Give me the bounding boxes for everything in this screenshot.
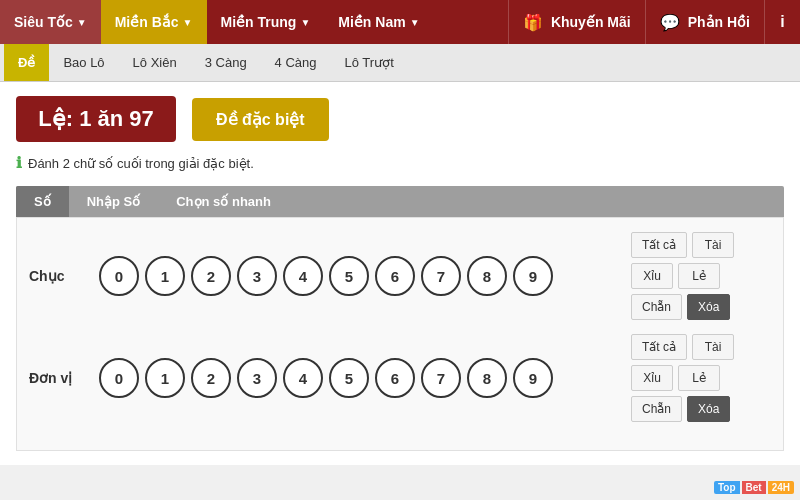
chuc-chan-button[interactable]: Chẵn: [631, 294, 682, 320]
donvi-num-2[interactable]: 2: [191, 358, 231, 398]
donvi-num-7[interactable]: 7: [421, 358, 461, 398]
nav-mien-nam[interactable]: Miền Nam ▼: [324, 0, 433, 44]
subnav-3-cang[interactable]: 3 Càng: [191, 44, 261, 81]
nav-mien-bac[interactable]: Miền Bắc ▼: [101, 0, 207, 44]
tab-so-label: Số: [34, 194, 51, 209]
watermark: Top Bet 24H: [714, 481, 794, 494]
donvi-num-6[interactable]: 6: [375, 358, 415, 398]
rate-prefix: Lệ:: [38, 106, 73, 131]
mien-trung-chevron: ▼: [300, 17, 310, 28]
donvi-action-buttons: Tất cả Tài Xỉu Lẻ Chẵn Xóa: [631, 334, 771, 422]
phan-hoi-label: Phản Hồi: [688, 14, 750, 30]
chuc-xiu-button[interactable]: Xỉu: [631, 263, 673, 289]
mien-bac-chevron: ▼: [183, 17, 193, 28]
donvi-tat-ca-button[interactable]: Tất cả: [631, 334, 687, 360]
mien-trung-label: Miền Trung: [221, 14, 297, 30]
donvi-num-3[interactable]: 3: [237, 358, 277, 398]
rate-info-row: Lệ: 1 ăn 97 Đề đặc biệt: [16, 96, 784, 142]
sieu-toc-chevron: ▼: [77, 17, 87, 28]
watermark-bet: Bet: [742, 481, 766, 494]
nav-phan-hoi[interactable]: 💬 Phản Hồi: [645, 0, 764, 44]
chuc-num-8[interactable]: 8: [467, 256, 507, 296]
chuc-tai-button[interactable]: Tài: [692, 232, 734, 258]
subnav-lo-xien[interactable]: Lô Xiên: [119, 44, 191, 81]
description-text: Đánh 2 chữ số cuối trong giải đặc biệt.: [28, 156, 254, 171]
chuc-num-7[interactable]: 7: [421, 256, 461, 296]
chuc-action-buttons: Tất cả Tài Xỉu Lẻ Chẵn Xóa: [631, 232, 771, 320]
chuc-num-6[interactable]: 6: [375, 256, 415, 296]
nav-mien-trung[interactable]: Miền Trung ▼: [207, 0, 325, 44]
sub-navigation: Đề Bao Lô Lô Xiên 3 Càng 4 Càng Lô Trượt: [0, 44, 800, 82]
donvi-label: Đơn vị: [29, 370, 99, 386]
chuc-label: Chục: [29, 268, 99, 284]
chuc-num-2[interactable]: 2: [191, 256, 231, 296]
chuc-num-0[interactable]: 0: [99, 256, 139, 296]
tab-nhap-so-label: Nhập Số: [87, 194, 141, 209]
tab-so[interactable]: Số: [16, 186, 69, 217]
rate-badge: Lệ: 1 ăn 97: [16, 96, 176, 142]
donvi-num-4[interactable]: 4: [283, 358, 323, 398]
tab-chon-so-nhanh-label: Chọn số nhanh: [176, 194, 271, 209]
donvi-num-9[interactable]: 9: [513, 358, 553, 398]
donvi-numbers: 0 1 2 3 4 5 6 7 8 9: [99, 358, 621, 398]
mien-nam-chevron: ▼: [410, 17, 420, 28]
donvi-num-5[interactable]: 5: [329, 358, 369, 398]
feedback-icon: 💬: [660, 13, 680, 32]
nav-sieu-toc[interactable]: Siêu Tốc ▼: [0, 0, 101, 44]
watermark-24: 24H: [768, 481, 794, 494]
subnav-lo-truot-label: Lô Trượt: [345, 55, 394, 70]
chuc-num-5[interactable]: 5: [329, 256, 369, 296]
watermark-top: Top: [714, 481, 740, 494]
chuc-num-1[interactable]: 1: [145, 256, 185, 296]
info-circle-icon: ℹ: [16, 154, 22, 172]
subnav-lo-truot[interactable]: Lô Trượt: [331, 44, 408, 81]
gift-icon: 🎁: [523, 13, 543, 32]
subnav-3-cang-label: 3 Càng: [205, 55, 247, 70]
subnav-de-label: Đề: [18, 55, 35, 70]
subnav-lo-xien-label: Lô Xiên: [133, 55, 177, 70]
chuc-numbers: 0 1 2 3 4 5 6 7 8 9: [99, 256, 621, 296]
subnav-de[interactable]: Đề: [4, 44, 49, 81]
description-row: ℹ Đánh 2 chữ số cuối trong giải đặc biệt…: [16, 154, 784, 172]
sieu-toc-label: Siêu Tốc: [14, 14, 73, 30]
top-navigation: Siêu Tốc ▼ Miền Bắc ▼ Miền Trung ▼ Miền …: [0, 0, 800, 44]
khuyen-mai-label: Khuyến Mãi: [551, 14, 631, 30]
donvi-le-button[interactable]: Lẻ: [678, 365, 720, 391]
chuc-tat-ca-button[interactable]: Tất cả: [631, 232, 687, 258]
nav-info-button[interactable]: i: [764, 0, 800, 44]
nav-khuyen-mai[interactable]: 🎁 Khuyến Mãi: [508, 0, 645, 44]
chuc-row: Chục 0 1 2 3 4 5 6 7 8 9 Tất cả Tài Xỉu …: [29, 232, 771, 320]
chuc-num-4[interactable]: 4: [283, 256, 323, 296]
tabs-row: Số Nhập Số Chọn số nhanh: [16, 186, 784, 217]
subnav-bao-lo-label: Bao Lô: [63, 55, 104, 70]
donvi-num-1[interactable]: 1: [145, 358, 185, 398]
donvi-xoa-button[interactable]: Xóa: [687, 396, 730, 422]
de-dac-biet-button[interactable]: Đề đặc biệt: [192, 98, 329, 141]
main-content: Lệ: 1 ăn 97 Đề đặc biệt ℹ Đánh 2 chữ số …: [0, 82, 800, 465]
chuc-le-button[interactable]: Lẻ: [678, 263, 720, 289]
chuc-num-9[interactable]: 9: [513, 256, 553, 296]
donvi-row: Đơn vị 0 1 2 3 4 5 6 7 8 9 Tất cả Tài Xỉ…: [29, 334, 771, 422]
subnav-bao-lo[interactable]: Bao Lô: [49, 44, 118, 81]
tab-chon-so-nhanh[interactable]: Chọn số nhanh: [158, 186, 289, 217]
chuc-xoa-button[interactable]: Xóa: [687, 294, 730, 320]
chuc-num-3[interactable]: 3: [237, 256, 277, 296]
number-section: Chục 0 1 2 3 4 5 6 7 8 9 Tất cả Tài Xỉu …: [16, 217, 784, 451]
tab-nhap-so[interactable]: Nhập Số: [69, 186, 159, 217]
donvi-xiu-button[interactable]: Xỉu: [631, 365, 673, 391]
info-icon: i: [780, 13, 784, 31]
mien-nam-label: Miền Nam: [338, 14, 405, 30]
subnav-4-cang-label: 4 Càng: [275, 55, 317, 70]
donvi-tai-button[interactable]: Tài: [692, 334, 734, 360]
donvi-num-8[interactable]: 8: [467, 358, 507, 398]
mien-bac-label: Miền Bắc: [115, 14, 179, 30]
rate-value: 1 ăn 97: [79, 106, 154, 131]
subnav-4-cang[interactable]: 4 Càng: [261, 44, 331, 81]
donvi-num-0[interactable]: 0: [99, 358, 139, 398]
de-dac-biet-label: Đề đặc biệt: [216, 111, 305, 128]
donvi-chan-button[interactable]: Chẵn: [631, 396, 682, 422]
